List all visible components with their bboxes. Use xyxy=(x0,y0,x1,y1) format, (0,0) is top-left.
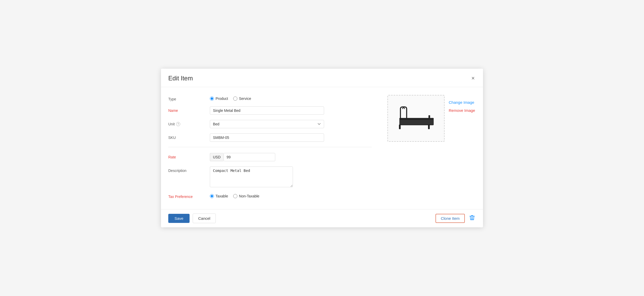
image-actions: Change Image Remove Image xyxy=(449,95,475,113)
delete-button[interactable] xyxy=(468,214,476,223)
bed-image xyxy=(395,103,437,134)
sku-control xyxy=(210,133,324,142)
unit-help-icon[interactable]: ? xyxy=(176,122,180,126)
svg-rect-3 xyxy=(428,125,430,129)
tax-nontaxable-option[interactable]: Non-Taxable xyxy=(233,194,259,198)
unit-label-container: Unit ? xyxy=(168,120,205,126)
rate-input[interactable] xyxy=(224,153,275,161)
name-input[interactable] xyxy=(210,106,324,115)
svg-rect-5 xyxy=(400,120,433,125)
rate-label: Rate xyxy=(168,153,205,159)
type-control: Product Service xyxy=(210,95,324,101)
image-section: Change Image Remove Image xyxy=(387,95,476,204)
form-section: Type Product Service Name xyxy=(168,95,372,204)
tax-nontaxable-radio[interactable] xyxy=(233,194,237,198)
tax-nontaxable-label: Non-Taxable xyxy=(239,194,259,198)
svg-rect-2 xyxy=(399,125,400,129)
description-textarea[interactable]: Compact Metal Bed xyxy=(210,166,293,187)
modal-title: Edit Item xyxy=(168,75,193,82)
modal-footer: Save Cancel Clone Item xyxy=(161,209,483,227)
description-row: Description Compact Metal Bed xyxy=(168,166,372,187)
type-product-label: Product xyxy=(216,96,228,101)
name-label: Name xyxy=(168,106,205,113)
cancel-button[interactable]: Cancel xyxy=(193,214,216,223)
footer-right: Clone Item xyxy=(435,214,476,223)
clone-button[interactable]: Clone Item xyxy=(435,214,465,223)
tax-row: Tax Preference Taxable Non-Taxable xyxy=(168,192,372,199)
type-service-option[interactable]: Service xyxy=(233,96,251,101)
rate-row: Rate USD xyxy=(168,153,372,161)
sku-label: SKU xyxy=(168,133,205,140)
modal-body: Type Product Service Name xyxy=(161,87,483,209)
footer-left: Save Cancel xyxy=(168,214,216,223)
modal-header: Edit Item × xyxy=(161,69,483,87)
tax-taxable-radio[interactable] xyxy=(210,194,214,198)
type-service-label: Service xyxy=(239,96,251,101)
sku-input[interactable] xyxy=(210,133,324,142)
trash-icon xyxy=(469,215,475,221)
tax-taxable-label: Taxable xyxy=(216,194,228,198)
rate-input-group: USD xyxy=(210,153,275,161)
tax-taxable-option[interactable]: Taxable xyxy=(210,194,228,198)
rate-control: USD xyxy=(210,153,324,161)
tax-control: Taxable Non-Taxable xyxy=(210,192,324,198)
close-button[interactable]: × xyxy=(470,74,476,82)
svg-rect-4 xyxy=(399,118,434,120)
type-row: Type Product Service xyxy=(168,95,372,101)
name-row: Name xyxy=(168,106,372,115)
type-product-option[interactable]: Product xyxy=(210,96,228,101)
type-product-radio[interactable] xyxy=(210,96,214,101)
unit-select[interactable]: Bed xyxy=(210,120,324,128)
tax-label: Tax Preference xyxy=(168,192,205,199)
unit-control: Bed xyxy=(210,120,324,128)
type-label: Type xyxy=(168,95,205,101)
rate-currency: USD xyxy=(210,153,224,161)
section-divider xyxy=(168,147,372,147)
description-control: Compact Metal Bed xyxy=(210,166,324,187)
unit-label: Unit xyxy=(168,122,175,126)
image-box xyxy=(387,95,445,142)
edit-item-modal: Edit Item × Type Product Service xyxy=(161,69,483,227)
type-service-radio[interactable] xyxy=(233,96,237,101)
description-label: Description xyxy=(168,166,205,173)
name-control xyxy=(210,106,324,115)
change-image-button[interactable]: Change Image xyxy=(449,100,475,105)
unit-row: Unit ? Bed xyxy=(168,120,372,128)
remove-image-button[interactable]: Remove Image xyxy=(449,108,475,113)
sku-row: SKU xyxy=(168,133,372,142)
save-button[interactable]: Save xyxy=(168,214,190,223)
